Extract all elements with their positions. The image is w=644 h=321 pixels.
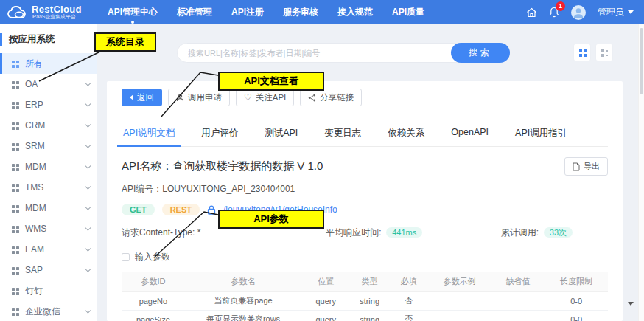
- lock-icon: [207, 205, 216, 215]
- scrollbar-thumb[interactable]: [640, 28, 643, 94]
- total-calls-value: 33次: [544, 227, 573, 238]
- sidebar-section-title: 按应用系统: [0, 33, 97, 46]
- api-doc-tabs: API说明文档 用户评价 测试API 变更日志 依赖关系 OpenAPI API…: [122, 122, 608, 147]
- input-params-title: 输入参数: [135, 251, 170, 263]
- api-detail-card: 返回 调用申请 ♡ 关注API 分享链接 API说明文档 用户评价 测试: [107, 81, 623, 321]
- table-row[interactable]: pageSize 每页显示数兼容rows query string 否 0-0: [122, 310, 608, 321]
- tab-test-api[interactable]: 测试API: [263, 122, 299, 146]
- grid-icon: [12, 226, 15, 229]
- api-title-row: API名称：查询获取楼宇数据的数据 V 1.0 导出: [122, 157, 608, 176]
- list-view-icon[interactable]: [595, 44, 613, 61]
- annotation-system-catalog: 系统目录: [94, 32, 156, 52]
- table-row[interactable]: pageNo 当前页兼容page query string 否 0-0: [122, 291, 608, 310]
- top-navigation: RestCloud iPaaS企业集成平台 API管理中心 标准管理 API注册…: [0, 0, 644, 24]
- tab-api-doc[interactable]: API说明文档: [122, 122, 176, 146]
- user-avatar[interactable]: [571, 5, 586, 20]
- sidebar-item-wecom[interactable]: 企业微信: [0, 301, 97, 321]
- total-calls: 累计调用: 33次: [501, 227, 608, 239]
- sidebar-item-wms[interactable]: WMS: [0, 218, 97, 239]
- chevron-down-icon: [85, 183, 91, 189]
- notification-bell-icon[interactable]: 1: [549, 7, 559, 18]
- grid-icon: [12, 246, 15, 249]
- sidebar-item-sap[interactable]: SAP: [0, 260, 97, 280]
- back-button[interactable]: 返回: [122, 89, 162, 106]
- col-param-name: 参数名: [185, 272, 301, 291]
- nav-item-api-quality[interactable]: API质量: [392, 6, 424, 18]
- col-example: 参数示例: [428, 272, 491, 291]
- grid-view-icon[interactable]: [573, 44, 591, 61]
- input-params-checkbox[interactable]: [122, 253, 130, 261]
- search-bar: 搜索: [177, 43, 510, 63]
- back-arrow-icon: [130, 94, 133, 100]
- chevron-down-icon: [85, 100, 91, 106]
- brand-logo[interactable]: RestCloud iPaaS企业集成平台: [7, 4, 102, 21]
- sidebar-item-mdm-2[interactable]: MDM: [0, 198, 97, 218]
- annotation-api-doc-view: API文档查看: [218, 72, 324, 91]
- scroll-down-arrow-icon[interactable]: [628, 302, 634, 306]
- follow-api-button[interactable]: ♡ 关注API: [236, 89, 294, 106]
- api-name: API名称：查询获取楼宇数据的数据 V 1.0: [122, 159, 323, 173]
- tab-dependencies[interactable]: 依赖关系: [386, 122, 426, 146]
- home-icon[interactable]: [526, 7, 537, 18]
- grid-icon: [12, 184, 15, 187]
- nav-menu: API管理中心 标准管理 API注册 服务审核 接入规范 API质量: [108, 6, 424, 18]
- col-type: 类型: [350, 272, 389, 291]
- grid-icon: [12, 164, 15, 167]
- api-meta-row: 请求Content-Type: * 平均响应时间: 441ms 累计调用: 33…: [122, 227, 608, 239]
- search-button[interactable]: 搜索: [451, 43, 510, 63]
- sidebar-item-eam[interactable]: EAM: [0, 239, 97, 260]
- vertical-scrollbar[interactable]: [638, 24, 644, 321]
- sidebar-item-mdm[interactable]: MDM: [0, 156, 97, 177]
- user-menu[interactable]: 管理员: [598, 6, 634, 18]
- grid-icon: [12, 143, 15, 146]
- sidebar-item-srm[interactable]: SRM: [0, 136, 97, 156]
- col-required: 必填: [389, 272, 428, 291]
- active-nav-dot: [131, 21, 134, 24]
- nav-item-api-register[interactable]: API注册: [231, 6, 264, 18]
- col-location: 位置: [301, 272, 350, 291]
- grid-icon: [12, 122, 15, 125]
- tab-change-log[interactable]: 变更日志: [323, 122, 363, 146]
- col-length-limit: 长度限制: [545, 272, 608, 291]
- table-header-row: 参数ID 参数名 位置 类型 必填 参数示例 缺省值 长度限制: [122, 272, 608, 291]
- sidebar-item-all[interactable]: 所有: [0, 53, 97, 74]
- api-code: API编号：LOUYUXITONG_API_230404001: [122, 183, 608, 196]
- call-apply-button[interactable]: 调用申请: [168, 89, 230, 106]
- api-toolbar: 返回 调用申请 ♡ 关注API 分享链接: [122, 89, 608, 106]
- brand-name: RestCloud: [32, 4, 82, 15]
- main-content: 搜索 返回 调用申请 ♡ 关注API: [97, 24, 644, 321]
- chevron-down-icon: [85, 245, 91, 251]
- input-params-section: 输入参数: [122, 251, 608, 263]
- brand-subtitle: iPaaS企业集成平台: [32, 15, 77, 20]
- notification-badge: 1: [556, 1, 565, 11]
- params-table: 参数ID 参数名 位置 类型 必填 参数示例 缺省值 长度限制 pageNo 当…: [122, 272, 608, 321]
- sidebar-item-oa[interactable]: OA: [0, 74, 97, 94]
- sidebar-item-dingtalk[interactable]: 钉钉: [0, 280, 97, 301]
- chevron-down-icon: [85, 307, 91, 313]
- tab-openapi[interactable]: OpenAPI: [449, 122, 490, 146]
- chevron-down-icon: [85, 266, 91, 272]
- grid-icon: [12, 308, 15, 311]
- grid-icon: [12, 81, 15, 84]
- document-icon: [573, 162, 580, 171]
- search-input[interactable]: [188, 49, 451, 58]
- sidebar-item-tms[interactable]: TMS: [0, 177, 97, 198]
- tab-user-review[interactable]: 用户评价: [200, 122, 239, 146]
- export-button[interactable]: 导出: [564, 157, 608, 176]
- api-style-badge: REST: [162, 204, 200, 215]
- nav-item-api-center[interactable]: API管理中心: [108, 6, 158, 18]
- tab-call-guide[interactable]: API调用指引: [514, 122, 568, 146]
- view-toggle-group: [573, 44, 613, 61]
- sidebar-item-crm[interactable]: CRM: [0, 115, 97, 136]
- chevron-down-icon: [85, 162, 91, 168]
- nav-item-standard-mgmt[interactable]: 标准管理: [177, 6, 212, 18]
- chevron-down-icon: [85, 121, 91, 127]
- share-icon: [308, 94, 316, 102]
- share-link-button[interactable]: 分享链接: [300, 89, 362, 106]
- sidebar-item-erp[interactable]: ERP: [0, 94, 97, 115]
- nav-item-service-audit[interactable]: 服务审核: [283, 6, 318, 18]
- col-default: 缺省值: [491, 272, 545, 291]
- nav-item-access-spec[interactable]: 接入规范: [337, 6, 373, 18]
- chevron-down-icon: [85, 80, 91, 86]
- chevron-down-icon: [628, 10, 634, 14]
